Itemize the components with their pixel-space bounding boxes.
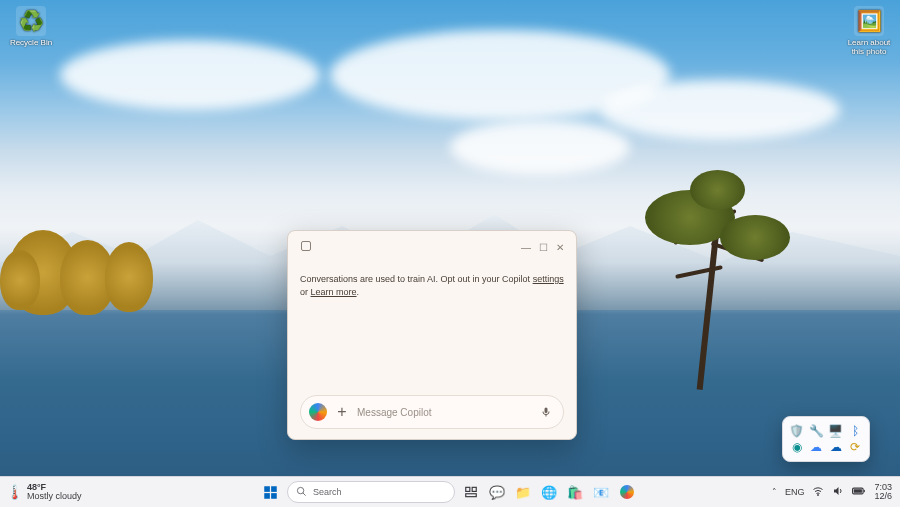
tray-cloud-icon[interactable]: ☁ [808,439,824,455]
spotlight-glyph: 🖼️ [854,6,884,36]
store-button[interactable]: 🛍️ [565,482,585,502]
edge-button[interactable]: 🌐 [539,482,559,502]
taskbar[interactable]: 🌡️ 48°F Mostly cloudy Search 💬 📁 🌐 [0,476,900,507]
weather-desc: Mostly cloudy [27,492,82,501]
volume-icon[interactable] [832,485,844,499]
tray-overflow-popup[interactable]: 🛡️ 🔧 🖥️ ᛒ ◉ ☁ ☁ ⟳ [782,416,870,462]
wallpaper-trees-left [0,210,160,330]
search-placeholder: Search [313,487,342,497]
wallpaper-tree-right [610,170,820,390]
system-tray[interactable]: ˄ ENG 7:03 12/6 [772,483,900,502]
tray-monitor-icon[interactable]: 🖥️ [828,423,844,439]
wallpaper-cloud [450,120,630,175]
mail-button[interactable]: 📧 [591,482,611,502]
svg-rect-2 [272,486,278,492]
maximize-button[interactable]: ☐ [539,242,548,253]
copilot-add-button[interactable]: + [333,403,351,421]
svg-rect-12 [854,489,862,493]
taskbar-search[interactable]: Search [287,481,455,503]
microphone-icon[interactable] [537,403,555,421]
copilot-window[interactable]: — ☐ ✕ Conversations are used to train AI… [287,230,577,440]
file-explorer-button[interactable]: 📁 [513,482,533,502]
svg-rect-9 [466,494,477,497]
recycle-bin-icon[interactable]: ♻️ Recycle Bin [6,6,56,47]
svg-line-6 [303,492,306,495]
copilot-titlebar[interactable]: — ☐ ✕ [300,239,564,255]
svg-rect-4 [272,493,278,499]
copilot-notice-text: Conversations are used to train AI. Opt … [300,274,533,284]
copilot-settings-link[interactable]: settings [533,274,564,284]
copilot-notice-suffix: . [357,287,360,297]
search-icon [296,486,307,499]
tray-onedrive-icon[interactable]: ☁ [828,439,844,455]
copilot-notice-mid: or [300,287,311,297]
chat-button[interactable]: 💬 [487,482,507,502]
wallpaper-cloud [60,40,320,110]
copilot-titlebar-icon [300,240,312,254]
copilot-learn-more-link[interactable]: Learn more [311,287,357,297]
copilot-body: Conversations are used to train AI. Opt … [300,255,564,395]
taskbar-center: Search 💬 📁 🌐 🛍️ 📧 [126,481,772,503]
spotlight-photo-icon[interactable]: 🖼️ Learn about this photo [844,6,894,56]
tray-shield-icon[interactable]: 🛡️ [789,423,805,439]
desktop-wallpaper[interactable]: ♻️ Recycle Bin 🖼️ Learn about this photo… [0,0,900,507]
spotlight-label: Learn about this photo [844,38,894,56]
copilot-input-bar[interactable]: + Message Copilot [300,395,564,429]
close-button[interactable]: ✕ [556,242,564,253]
wallpaper-cloud [600,80,840,140]
task-view-button[interactable] [461,482,481,502]
svg-rect-1 [265,486,271,492]
svg-rect-13 [864,490,865,492]
recycle-bin-label: Recycle Bin [6,38,56,47]
tray-chevron-icon[interactable]: ˄ [772,487,777,497]
svg-rect-7 [466,487,470,491]
tray-tool-icon[interactable]: 🔧 [808,423,824,439]
weather-icon: 🌡️ [6,484,23,500]
language-indicator[interactable]: ENG [785,487,805,497]
battery-icon[interactable] [852,486,866,498]
svg-rect-0 [302,242,311,251]
copilot-taskbar-button[interactable] [617,482,637,502]
tray-update-icon[interactable]: ⟳ [847,439,863,455]
svg-point-5 [297,487,303,493]
tray-bluetooth-icon[interactable]: ᛒ [847,423,863,439]
minimize-button[interactable]: — [521,242,531,253]
tray-edge-icon[interactable]: ◉ [789,439,805,455]
clock[interactable]: 7:03 12/6 [874,483,892,502]
weather-widget[interactable]: 🌡️ 48°F Mostly cloudy [0,483,126,502]
wifi-icon[interactable] [812,485,824,499]
copilot-logo-icon[interactable] [309,403,327,421]
clock-date: 12/6 [874,492,892,501]
svg-point-10 [818,495,819,496]
recycle-bin-glyph: ♻️ [16,6,46,36]
start-button[interactable] [261,482,281,502]
copilot-input[interactable]: Message Copilot [357,407,531,418]
svg-rect-3 [265,493,271,499]
svg-rect-8 [472,487,476,491]
